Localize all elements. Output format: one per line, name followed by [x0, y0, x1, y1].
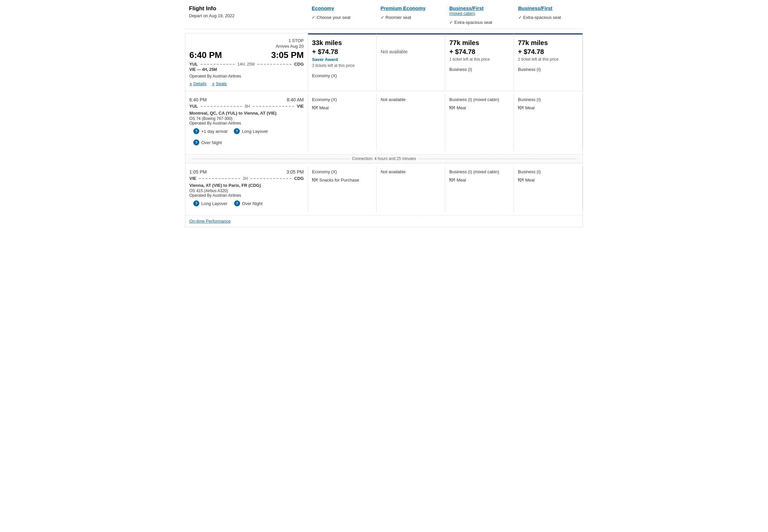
- depart-time: 6:40 PM: [189, 50, 222, 60]
- tag-1day: ? +1 day arrival: [193, 128, 227, 134]
- seg1-business-mixed-col: Business (I) (mixed cabin) 🍽 Meal: [445, 94, 514, 151]
- detail-section: 6:40 PM 8:40 AM YUL 8H VIE Montreal, QC,…: [185, 91, 583, 227]
- business-mixed-dollars: + $74.78: [449, 48, 510, 56]
- seg1-business-col: Business (I) 🍽 Meal: [514, 94, 583, 151]
- seg2-economy-meal-row: 🍽 Snacks for Purchase: [312, 177, 372, 183]
- header-row: Flight Info Depart on Aug 19, 2022 Econo…: [185, 0, 583, 29]
- business-mixed-cabin: Business (I): [449, 67, 510, 72]
- seg2-business-meal-row: 🍽 Meal: [518, 177, 578, 183]
- seg1-origin: YUL: [189, 104, 198, 109]
- tag-long-layover-2: ? Long Layover: [193, 200, 228, 206]
- seg1-business-meal-row: 🍽 Meal: [518, 105, 578, 111]
- seg2-tags: ? Long Layover ? Over Night: [189, 198, 304, 209]
- depart-date: Depart on Aug 19, 2022: [189, 13, 304, 18]
- origin-code: YUL: [189, 62, 198, 67]
- operated-by: Operated By Austrian Airlines: [189, 74, 304, 79]
- seg2-city-route: Vienna, AT (VIE) to Paris, FR (CDG): [189, 183, 304, 188]
- flight-route: YUL 14H, 25M CDG: [189, 62, 304, 67]
- connection-line-right: [418, 159, 576, 159]
- seg2-premium-na: Not available: [381, 169, 441, 174]
- seats-button[interactable]: Seats: [212, 81, 227, 86]
- business-first-feature: ✓ Extra-spacious seat: [518, 15, 579, 20]
- links-row: Details Seats: [189, 81, 304, 86]
- check-icon: ✓: [312, 15, 315, 20]
- seg2-premium-col: Not available: [377, 167, 445, 212]
- economy-cabin: Economy (X): [312, 73, 372, 78]
- economy-award-label: Saver Award: [312, 57, 372, 62]
- economy-feature-label: Choose your seat: [317, 15, 351, 20]
- seg1-line: [201, 106, 242, 107]
- seg1-tags2: ? Over Night: [189, 137, 304, 148]
- seg2-economy-meal: Snacks for Purchase: [319, 178, 359, 183]
- economy-title[interactable]: Economy: [312, 5, 373, 11]
- seg1-premium-col: Not available: [377, 94, 445, 151]
- seg2-times: 1:05 PM 3:05 PM: [189, 169, 304, 175]
- seg1-business-mixed-cabin: Business (I) (mixed cabin): [449, 97, 510, 102]
- on-time-link[interactable]: On-time Performance: [185, 215, 235, 227]
- seats-label: Seats: [216, 81, 227, 86]
- tag-long-layover: ? Long Layover: [234, 128, 268, 134]
- segment-1-flight-col: 6:40 PM 8:40 AM YUL 8H VIE Montreal, QC,…: [185, 94, 308, 151]
- meal-icon-6: 🍽: [518, 177, 523, 183]
- summary-flight-col: 1 STOP Arrives Aug 20 6:40 PM 3:05 PM YU…: [185, 33, 308, 91]
- tag-1day-label: +1 day arrival: [201, 129, 227, 134]
- details-button[interactable]: Details: [189, 81, 207, 86]
- seg2-business-mixed-cabin: Business (I) (mixed cabin): [449, 169, 510, 174]
- business-first-header-col: Business/First ✓ Extra-spacious seat: [514, 5, 583, 25]
- business-first-dollars: + $74.78: [518, 48, 578, 56]
- tag-overnight: ? Over Night: [193, 139, 222, 145]
- business-mixed-price-col: 77k miles + $74.78 1 ticket left at this…: [445, 33, 514, 91]
- economy-miles: 33k miles: [312, 39, 372, 47]
- premium-economy-price-col: Not available: [377, 33, 445, 91]
- meal-icon-5: 🍽: [449, 177, 455, 183]
- seg1-economy-meal: Meal: [319, 105, 329, 110]
- chevron-down-icon: [212, 81, 215, 86]
- seg2-depart: 1:05 PM: [189, 169, 207, 175]
- seg2-business-mixed-meal-row: 🍽 Meal: [449, 177, 510, 183]
- meal-icon-4: 🍽: [312, 177, 317, 183]
- arrive-time: 3:05 PM: [271, 50, 304, 60]
- on-time-row: On-time Performance: [185, 215, 583, 227]
- check-icon-2: ✓: [381, 15, 384, 20]
- economy-feature: ✓ Choose your seat: [312, 15, 373, 20]
- seg1-route: YUL 8H VIE: [189, 104, 304, 109]
- flight-info-header: Flight Info Depart on Aug 19, 2022: [185, 5, 308, 25]
- business-mixed-tickets: 1 ticket left at this price: [449, 57, 510, 62]
- tag-overnight-2: ? Over Night: [234, 200, 263, 206]
- business-first-tickets: 1 ticket left at this price: [518, 57, 578, 62]
- flight-info-title: Flight Info: [189, 5, 304, 12]
- seg1-duration: 8H: [245, 104, 250, 109]
- seg2-origin: VIE: [189, 176, 196, 181]
- meal-icon-1: 🍽: [312, 105, 317, 111]
- seg1-business-cabin: Business (I): [518, 97, 578, 102]
- business-mixed-title[interactable]: Business/First: [449, 5, 510, 11]
- premium-economy-not-available: Not available: [381, 49, 441, 54]
- economy-price-col: 33k miles + $74.78 Saver Award 3 tickets…: [308, 33, 377, 91]
- connection-line-left: [192, 159, 350, 159]
- business-mixed-feature-label: Extra-spacious seat: [454, 20, 492, 25]
- premium-economy-header-col: Premium Economy ✓ Roomier seat: [377, 5, 446, 25]
- seg1-times: 6:40 PM 8:40 AM: [189, 97, 304, 102]
- business-first-miles: 77k miles: [518, 39, 578, 47]
- business-first-title[interactable]: Business/First: [518, 5, 579, 11]
- check-icon-3: ✓: [449, 20, 453, 25]
- seg2-flight-number: OS 415 (Airbus A320): [189, 188, 304, 193]
- premium-economy-feature: ✓ Roomier seat: [381, 15, 442, 20]
- question-icon-2: ?: [234, 128, 240, 134]
- business-mixed-feature: ✓ Extra-spacious seat: [449, 20, 510, 25]
- seg1-business-mixed-meal: Meal: [457, 105, 466, 110]
- flight-arrives: Arrives Aug 20: [189, 44, 304, 49]
- business-mixed-miles: 77k miles: [449, 39, 510, 47]
- segment-2-row: 1:05 PM 3:05 PM VIE 2H CDG Vienna, AT (V…: [185, 163, 583, 215]
- seg1-flight-number: OS 74 (Boeing 767-300): [189, 116, 304, 121]
- flight-times: 6:40 PM 3:05 PM: [189, 50, 304, 60]
- seg1-arrive: 8:40 AM: [287, 97, 304, 102]
- business-mixed-subtitle[interactable]: (mixed cabin): [449, 11, 510, 16]
- seg1-operated-by: Operated By Austrian Airlines: [189, 121, 304, 126]
- business-first-price-col: 77k miles + $74.78 1 ticket left at this…: [514, 33, 583, 91]
- check-icon-4: ✓: [518, 15, 522, 20]
- premium-economy-title[interactable]: Premium Economy: [381, 5, 442, 11]
- seg2-operated-by: Operated By Austrian Airlines: [189, 193, 304, 198]
- seg1-economy-meal-row: 🍽 Meal: [312, 105, 372, 111]
- via-route: VIE — 4H, 25M: [189, 67, 304, 72]
